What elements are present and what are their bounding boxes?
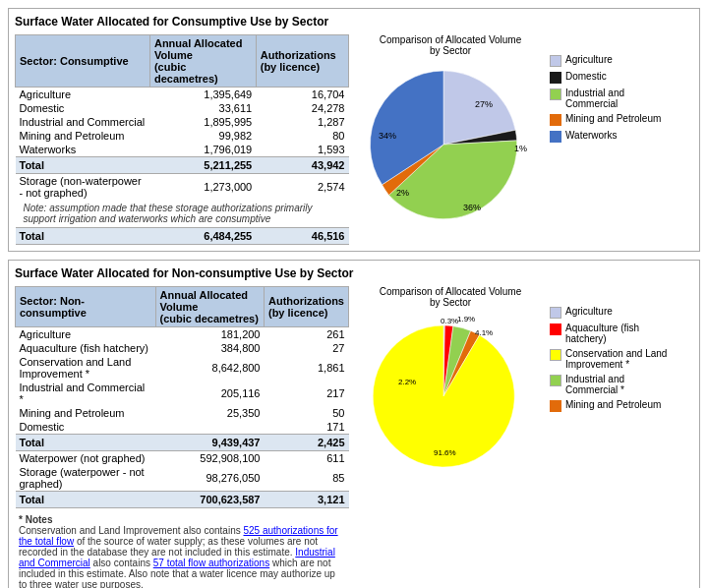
auth-header: Authorizations (by licence) <box>256 35 348 88</box>
legend-item: Mining and Petroleum <box>550 399 667 412</box>
section1-title: Surface Water Allocated for Consumptive … <box>15 15 693 29</box>
legend-color <box>550 323 561 335</box>
pct-label: 2.2% <box>398 378 416 386</box>
section1-legend: Agriculture Domestic Industrial andComme… <box>550 54 661 143</box>
pct-label: 91.6% <box>434 448 456 457</box>
legend-color <box>550 88 561 100</box>
section2-content: Sector: Non-consumptive Annual Allocated… <box>15 286 693 588</box>
legend-color <box>550 72 561 84</box>
table-row: Aquaculture (fish hatchery) 384,800 27 <box>16 341 349 355</box>
section2-chart-wrapper: Comparison of Allocated Volume by Sector <box>357 286 544 474</box>
pct-label: 1.9% <box>457 315 475 323</box>
section2-chart-area: Comparison of Allocated Volume by Sector <box>357 286 693 588</box>
pct-label: 27% <box>475 99 493 109</box>
legend-item: Mining and Petroleum <box>550 113 661 126</box>
legend-color <box>550 55 561 67</box>
table-row: Domestic 171 <box>16 420 349 435</box>
table-header-row: Sector: Consumptive Annual Allocated Vol… <box>16 35 349 88</box>
legend-color <box>550 349 561 361</box>
note-text: Conservation and Land Improvement also c… <box>19 525 345 588</box>
table-row: Industrial and Commercial 1,895,995 1,28… <box>16 115 349 129</box>
sector-header: Sector: Non-consumptive <box>16 287 156 327</box>
section2-table-area: Sector: Non-consumptive Annual Allocated… <box>15 286 349 588</box>
pie-chart-1: 27% 1% 36% 2% 34% <box>357 58 544 220</box>
table-row: Waterworks 1,796,019 1,593 <box>16 143 349 157</box>
table-row: Mining and Petroleum 25,350 50 <box>16 406 349 420</box>
section2: Surface Water Allocated for Non-consumpt… <box>8 260 700 588</box>
note-row: Note: assumption made that these storage… <box>16 200 349 228</box>
storage-row: Waterpower (not graphed) 592,908,100 611 <box>16 451 349 466</box>
section1: Surface Water Allocated for Consumptive … <box>8 8 700 252</box>
table-row: Domestic 33,611 24,278 <box>16 101 349 115</box>
legend-color <box>550 307 561 319</box>
auth-header: Authorizations (by licence) <box>264 287 348 327</box>
table-row: Mining and Petroleum 99,982 80 <box>16 129 349 143</box>
legend-color <box>550 131 561 143</box>
section1-chart-area: Comparison of Allocated Volume by Sector <box>357 34 693 245</box>
section2-notes: * Notes Conservation and Land Improvemen… <box>15 512 349 588</box>
table-row: Agriculture 181,200 261 <box>16 327 349 342</box>
vol-header: Annual Allocated Volume (cubic decametre… <box>155 287 264 327</box>
total-row: Total 5,211,255 43,942 <box>16 157 349 174</box>
section2-table: Sector: Non-consumptive Annual Allocated… <box>15 286 349 508</box>
section1-table-area: Sector: Consumptive Annual Allocated Vol… <box>15 34 349 245</box>
pie-chart-2: 0.3% 1.9% 4.1% 2.2% 91.6% <box>357 310 544 472</box>
pct-label: 0.3% <box>441 317 458 325</box>
legend-item: Agriculture <box>550 306 667 319</box>
legend-item: Waterworks <box>550 130 661 143</box>
table-row: Industrial and Commercial * 205,116 217 <box>16 381 349 406</box>
total-row: Total 9,439,437 2,425 <box>16 435 349 451</box>
pct-label: 34% <box>379 131 396 141</box>
grand-total-row: Total 700,623,587 3,121 <box>16 492 349 508</box>
pct-label: 2% <box>396 188 409 198</box>
section2-legend: Agriculture Aquaculture (fishhatchery) C… <box>550 306 667 412</box>
chart2-title: Comparison of Allocated Volume by Sector <box>357 286 544 308</box>
storage-row: Storage (non-waterpower - not graphed) 1… <box>16 174 349 201</box>
legend-item: Domestic <box>550 71 661 84</box>
legend-item: Agriculture <box>550 54 661 67</box>
section1-table: Sector: Consumptive Annual Allocated Vol… <box>15 34 349 245</box>
sector-header: Sector: Consumptive <box>16 35 150 88</box>
notes-title: * Notes <box>19 514 345 525</box>
table-row: Agriculture 1,395,649 16,704 <box>16 88 349 102</box>
legend-color <box>550 400 561 412</box>
legend-item: Conservation and LandImprovement * <box>550 348 667 370</box>
section2-title: Surface Water Allocated for Non-consumpt… <box>15 266 693 280</box>
pct-label: 4.1% <box>475 328 493 337</box>
pct-label: 36% <box>463 203 481 212</box>
table-header-row: Sector: Non-consumptive Annual Allocated… <box>16 287 349 327</box>
section1-content: Sector: Consumptive Annual Allocated Vol… <box>15 34 693 245</box>
storage-row: Storage (waterpower - not graphed) 98,27… <box>16 465 349 492</box>
grand-total-row: Total 6,484,255 46,516 <box>16 228 349 245</box>
vol-header: Annual Allocated Volume (cubic decametre… <box>149 35 256 88</box>
section1-chart-wrapper: Comparison of Allocated Volume by Sector <box>357 34 544 222</box>
legend-color <box>550 114 561 126</box>
legend-item: Industrial andCommercial <box>550 88 661 109</box>
chart1-title: Comparison of Allocated Volume by Sector <box>357 34 544 56</box>
storage-note: Note: assumption made that these storage… <box>20 203 345 224</box>
table-row: Conservation and Land Improvement * 8,64… <box>16 355 349 381</box>
legend-item: Aquaculture (fishhatchery) <box>550 323 667 344</box>
legend-item: Industrial andCommercial * <box>550 374 667 395</box>
pct-label: 1% <box>514 144 527 153</box>
legend-color <box>550 375 561 386</box>
